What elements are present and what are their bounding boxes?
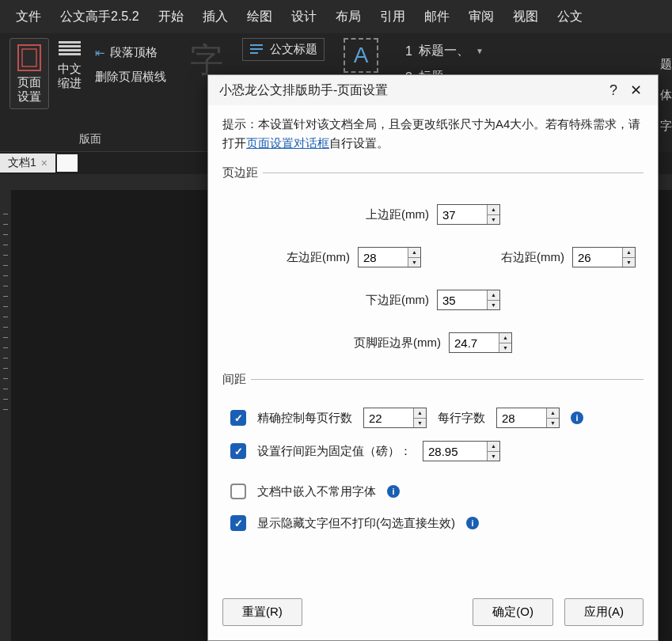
menu-bar: 文件 公文高手2.5.2 开始 插入 绘图 设计 布局 引用 邮件 审阅 视图 … [0, 0, 672, 33]
spacing-fieldset: 间距 精确控制每页行数 ▲▼ 每行字数 ▲▼ i 设置行间距为固定值（磅）： ▲… [222, 372, 644, 468]
dialog-body: 提示：本设置针对该文档全局，且会更改纸张尺寸为A4大小。若有特殊需求，请打开页面… [208, 105, 658, 587]
cn-indent-label[interactable]: 中文 缩进 [58, 62, 82, 90]
svg-rect-1 [22, 49, 36, 66]
footer-margin-label: 页脚距边界(mm) [354, 336, 441, 351]
info-icon[interactable]: i [571, 412, 583, 424]
vertical-ruler[interactable] [0, 190, 11, 641]
spin-down-icon[interactable]: ▼ [499, 343, 511, 353]
document-tab[interactable]: 文档1 × [0, 154, 55, 173]
right-margin-label: 右边距(mm) [501, 250, 564, 265]
help-button[interactable]: ? [602, 82, 625, 99]
spin-down-icon[interactable]: ▼ [547, 419, 559, 428]
doc-title-label: 公文标题 [270, 42, 317, 57]
margins-legend: 页边距 [222, 165, 263, 180]
document-tab-label: 文档1 [8, 156, 36, 170]
spin-up-icon[interactable]: ▲ [499, 333, 511, 343]
embed-fonts-label: 文档中嵌入不常用字体 [257, 484, 376, 499]
menu-file[interactable]: 文件 [6, 0, 51, 33]
heading1-num: 1 [405, 44, 412, 59]
show-hidden-label: 显示隐藏文字但不打印(勾选直接生效) [257, 516, 455, 531]
menu-gongwen[interactable]: 公文 [548, 0, 592, 33]
para-top-label: 段落顶格 [110, 45, 158, 60]
spin-down-icon[interactable]: ▼ [408, 258, 420, 267]
delete-header-line-button[interactable]: 删除页眉横线 [90, 67, 171, 87]
page-setup-button[interactable]: 页面 设置 [9, 38, 49, 109]
chars-per-line-input[interactable]: ▲▼ [496, 408, 560, 428]
menu-layout[interactable]: 布局 [326, 0, 370, 33]
arrow-left-icon: ⇤ [95, 46, 105, 60]
spin-up-icon[interactable]: ▲ [547, 408, 559, 419]
fixed-spacing-label: 设置行间距为固定值（磅）： [257, 444, 412, 459]
list-icon [249, 43, 264, 57]
ribbon-group-layout: 页面 设置 中文 缩进 ⇤ 段落顶格 删除页眉横线 版面 [0, 33, 180, 151]
top-margin-label: 上边距(mm) [366, 207, 429, 222]
spin-down-icon[interactable]: ▼ [488, 452, 499, 461]
lines-per-page-checkbox[interactable] [230, 410, 246, 426]
menu-addin[interactable]: 公文高手2.5.2 [51, 0, 149, 33]
close-button[interactable]: ✕ [625, 82, 647, 99]
cut-text-1: 题 [660, 57, 672, 72]
spin-up-icon[interactable]: ▲ [488, 442, 499, 452]
spin-up-icon[interactable]: ▲ [488, 290, 499, 301]
hint-suffix: 自行设置。 [329, 136, 389, 150]
menu-reference[interactable]: 引用 [370, 0, 415, 33]
close-icon[interactable]: × [41, 157, 47, 169]
menu-view[interactable]: 视图 [503, 0, 548, 33]
options-block: 文档中嵌入不常用字体 i 显示隐藏文字但不打印(勾选直接生效) i [222, 468, 644, 547]
cut-text-3: 字 [660, 119, 672, 134]
fixed-spacing-input[interactable]: ▲▼ [423, 441, 500, 461]
page-setup-link[interactable]: 页面设置对话框 [246, 136, 329, 150]
menu-mail[interactable]: 邮件 [415, 0, 459, 33]
spin-down-icon[interactable]: ▼ [488, 215, 499, 225]
margins-fieldset: 页边距 上边距(mm) ▲▼ 左边距(mm) ▲▼ 右边距(mm) ▲▼ 下边距… [222, 165, 644, 359]
svg-rect-2 [250, 44, 263, 46]
info-icon[interactable]: i [466, 517, 479, 529]
doc-title-button[interactable]: 公文标题 [242, 38, 325, 61]
embed-fonts-checkbox[interactable] [230, 484, 246, 499]
spin-up-icon[interactable]: ▲ [408, 248, 420, 258]
menu-review[interactable]: 审阅 [459, 0, 503, 33]
letter-box-icon[interactable]: A [344, 38, 378, 73]
bottom-margin-input[interactable]: ▲▼ [437, 290, 500, 310]
chars-per-line-label: 每行字数 [438, 411, 485, 426]
apply-button[interactable]: 应用(A) [564, 598, 644, 626]
reset-button[interactable]: 重置(R) [222, 598, 302, 626]
new-tab-button[interactable] [57, 154, 78, 172]
spin-down-icon[interactable]: ▼ [414, 419, 426, 428]
dialog-titlebar[interactable]: 小恐龙公文排版助手-页面设置 ? ✕ [208, 75, 658, 105]
left-margin-label: 左边距(mm) [287, 250, 350, 265]
spin-up-icon[interactable]: ▲ [623, 248, 635, 258]
right-cutoff-column: 题 体 字 [659, 33, 672, 152]
fixed-spacing-checkbox[interactable] [230, 443, 246, 459]
show-hidden-checkbox[interactable] [230, 515, 246, 531]
lines-icon[interactable] [55, 38, 84, 59]
para-top-button[interactable]: ⇤ 段落顶格 [90, 43, 171, 63]
page-setup-dialog: 小恐龙公文排版助手-页面设置 ? ✕ 提示：本设置针对该文档全局，且会更改纸张尺… [207, 74, 659, 641]
menu-insert[interactable]: 插入 [193, 0, 237, 33]
svg-rect-3 [250, 48, 263, 50]
spin-down-icon[interactable]: ▼ [488, 301, 499, 310]
hint-text: 提示：本设置针对该文档全局，且会更改纸张尺寸为A4大小。若有特殊需求，请打开页面… [222, 115, 644, 153]
spin-up-icon[interactable]: ▲ [414, 408, 426, 419]
right-margin-input[interactable]: ▲▼ [572, 247, 636, 267]
menu-design[interactable]: 设计 [282, 0, 326, 33]
info-icon[interactable]: i [387, 485, 400, 498]
lines-per-page-input[interactable]: ▲▼ [363, 408, 427, 428]
ok-button[interactable]: 确定(O) [473, 598, 553, 626]
dialog-footer: 重置(R) 确定(O) 应用(A) [208, 587, 658, 640]
lines-per-page-label: 精确控制每页行数 [257, 411, 352, 426]
top-margin-input[interactable]: ▲▼ [437, 204, 500, 225]
heading1-button[interactable]: 1 标题一、 ▼ [397, 38, 492, 64]
bottom-margin-label: 下边距(mm) [366, 293, 429, 308]
left-margin-input[interactable]: ▲▼ [358, 247, 421, 267]
spin-down-icon[interactable]: ▼ [623, 258, 635, 267]
cut-text-2: 体 [660, 88, 672, 103]
menu-start[interactable]: 开始 [149, 0, 193, 33]
spin-up-icon[interactable]: ▲ [488, 205, 499, 215]
ribbon-group-layout-label: 版面 [79, 129, 101, 150]
delete-header-line-label: 删除页眉横线 [95, 70, 166, 85]
spacing-legend: 间距 [222, 372, 251, 387]
menu-draw[interactable]: 绘图 [237, 0, 282, 33]
footer-margin-input[interactable]: ▲▼ [449, 332, 512, 353]
chevron-down-icon: ▼ [476, 47, 484, 55]
